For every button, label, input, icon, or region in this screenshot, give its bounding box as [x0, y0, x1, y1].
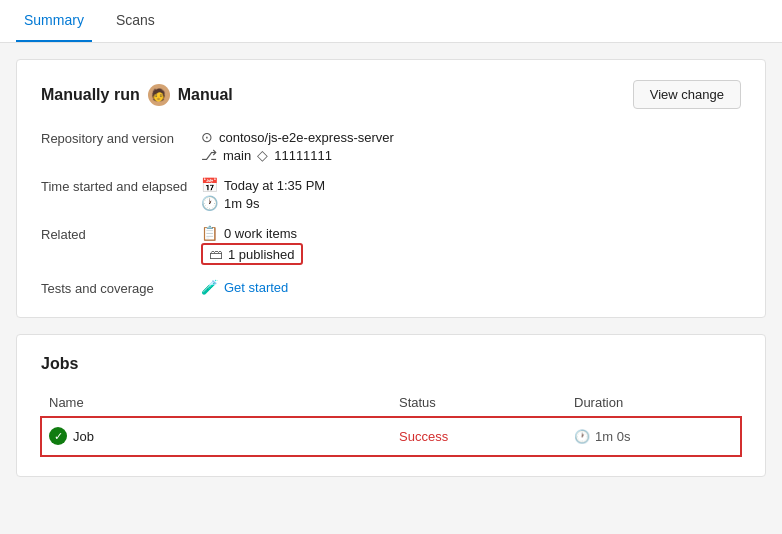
jobs-table: Name Status Duration ✓ Job Success �: [41, 389, 741, 456]
time-value: 📅 Today at 1:35 PM 🕐 1m 9s: [201, 177, 741, 213]
col-duration-header: Duration: [566, 389, 741, 417]
tests-value: 🧪 Get started: [201, 279, 741, 297]
title-prefix: Manually run: [41, 86, 140, 104]
details-grid: Repository and version ⊙ contoso/js-e2e-…: [41, 129, 741, 297]
branch-icon: ⎇: [201, 147, 217, 163]
job-status-cell: Success: [391, 417, 566, 456]
published-highlight[interactable]: 🗃 1 published: [201, 243, 303, 265]
published-text: 1 published: [228, 247, 295, 262]
elapsed: 1m 9s: [224, 196, 259, 211]
repo-label: Repository and version: [41, 129, 201, 165]
tests-label: Tests and coverage: [41, 279, 201, 297]
job-duration-cell: 🕐 1m 0s: [566, 417, 741, 456]
col-name-header: Name: [41, 389, 391, 417]
related-value: 📋 0 work items 🗃 1 published: [201, 225, 741, 267]
work-items-icon: 📋: [201, 225, 218, 241]
jobs-card: Jobs Name Status Duration ✓ Job Success: [16, 334, 766, 477]
get-started-link[interactable]: Get started: [224, 280, 288, 295]
commit-icon: ◇: [257, 147, 268, 163]
job-duration: 1m 0s: [595, 429, 630, 444]
tab-summary[interactable]: Summary: [16, 0, 92, 42]
card-header: Manually run 🧑 Manual View change: [41, 80, 741, 109]
col-status-header: Status: [391, 389, 566, 417]
work-items: 0 work items: [224, 226, 297, 241]
jobs-title: Jobs: [41, 355, 741, 373]
time-started: Today at 1:35 PM: [224, 178, 325, 193]
tabs-container: Summary Scans: [0, 0, 782, 43]
summary-card: Manually run 🧑 Manual View change Reposi…: [16, 59, 766, 318]
related-label: Related: [41, 225, 201, 267]
job-name: Job: [73, 429, 94, 444]
time-label: Time started and elapsed: [41, 177, 201, 213]
beaker-icon: 🧪: [201, 279, 218, 295]
published-icon: 🗃: [209, 246, 223, 262]
repo-value: ⊙ contoso/js-e2e-express-server ⎇ main ◇…: [201, 129, 741, 165]
avatar: 🧑: [148, 84, 170, 106]
status-badge: Success: [399, 429, 448, 444]
job-name-cell: ✓ Job: [41, 417, 391, 456]
title-suffix: Manual: [178, 86, 233, 104]
duration-clock-icon: 🕐: [574, 429, 590, 444]
card-title: Manually run 🧑 Manual: [41, 84, 233, 106]
branch-name: main: [223, 148, 251, 163]
commit-hash: 11111111: [274, 148, 332, 163]
repo-name: contoso/js-e2e-express-server: [219, 130, 394, 145]
success-icon: ✓: [49, 427, 67, 445]
calendar-icon: 📅: [201, 177, 218, 193]
view-change-button[interactable]: View change: [633, 80, 741, 109]
tab-scans[interactable]: Scans: [108, 0, 163, 42]
table-row[interactable]: ✓ Job Success 🕐 1m 0s: [41, 417, 741, 456]
github-icon: ⊙: [201, 129, 213, 145]
table-header-row: Name Status Duration: [41, 389, 741, 417]
clock-icon: 🕐: [201, 195, 218, 211]
